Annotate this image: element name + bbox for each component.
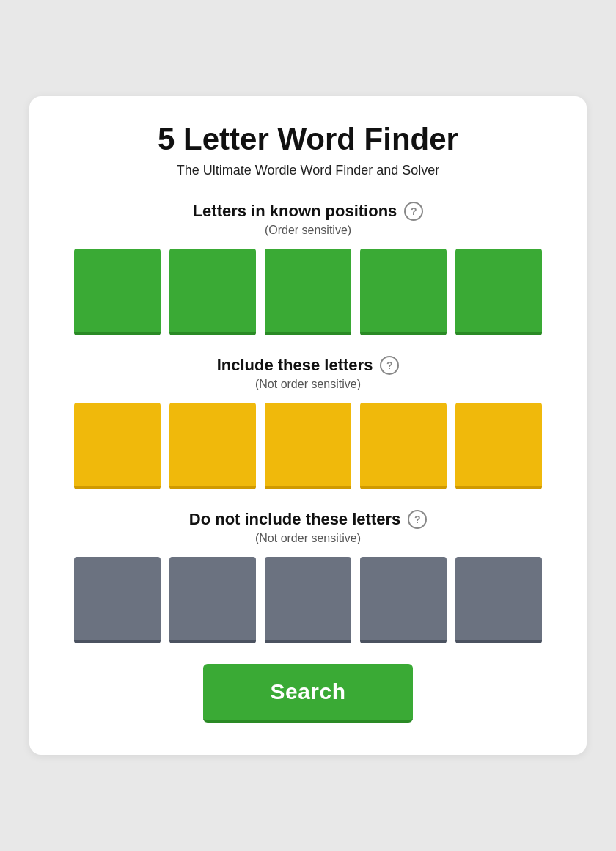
search-button[interactable]: Search — [203, 664, 413, 723]
exclude-letters-header: Do not include these letters ? — [65, 510, 551, 529]
exclude-tile-5[interactable] — [455, 557, 542, 643]
known-positions-title: Letters in known positions — [193, 202, 397, 221]
main-card: 5 Letter Word Finder The Ultimate Wordle… — [29, 96, 587, 754]
known-pos-tile-3[interactable] — [265, 249, 351, 335]
include-tile-5[interactable] — [455, 403, 542, 489]
known-pos-tile-5[interactable] — [455, 249, 542, 335]
known-positions-header: Letters in known positions ? — [65, 202, 551, 221]
include-tile-3[interactable] — [265, 403, 351, 489]
page-subtitle: The Ultimate Wordle Word Finder and Solv… — [65, 163, 551, 178]
known-positions-help-icon[interactable]: ? — [404, 202, 423, 221]
exclude-tile-1[interactable] — [74, 557, 161, 643]
exclude-tile-3[interactable] — [265, 557, 351, 643]
exclude-tile-4[interactable] — [360, 557, 447, 643]
exclude-letters-section: Do not include these letters ? (Not orde… — [65, 510, 551, 643]
exclude-letters-help-icon[interactable]: ? — [408, 510, 427, 529]
known-positions-section: Letters in known positions ? (Order sens… — [65, 202, 551, 335]
include-tile-2[interactable] — [169, 403, 256, 489]
include-letters-title: Include these letters — [217, 356, 373, 375]
exclude-letters-title: Do not include these letters — [189, 510, 401, 529]
include-tile-4[interactable] — [360, 403, 447, 489]
known-pos-tile-2[interactable] — [169, 249, 256, 335]
include-letters-header: Include these letters ? — [65, 356, 551, 375]
known-pos-tile-1[interactable] — [74, 249, 161, 335]
include-letters-subtitle: (Not order sensitive) — [65, 378, 551, 391]
exclude-tile-2[interactable] — [169, 557, 256, 643]
known-pos-tile-4[interactable] — [360, 249, 447, 335]
include-tile-1[interactable] — [74, 403, 161, 489]
include-letters-tiles — [65, 403, 551, 489]
include-letters-section: Include these letters ? (Not order sensi… — [65, 356, 551, 489]
include-letters-help-icon[interactable]: ? — [380, 356, 399, 375]
exclude-letters-subtitle: (Not order sensitive) — [65, 532, 551, 545]
known-positions-subtitle: (Order sensitive) — [65, 224, 551, 237]
known-positions-tiles — [65, 249, 551, 335]
exclude-letters-tiles — [65, 557, 551, 643]
page-title: 5 Letter Word Finder — [65, 123, 551, 156]
